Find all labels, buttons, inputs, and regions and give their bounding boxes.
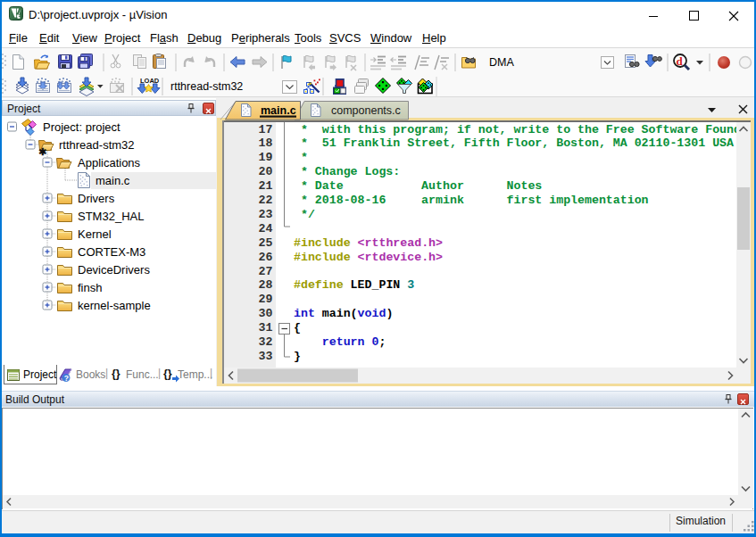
svg-text:✱: ✱	[38, 146, 46, 157]
svg-text:d: d	[677, 54, 684, 68]
svg-text:DMA: DMA	[489, 56, 514, 69]
svg-text:?: ?	[64, 374, 69, 383]
svg-text:main.c: main.c	[261, 104, 296, 117]
svg-text:components.c: components.c	[331, 104, 401, 117]
svg-text:rtthread-stm32: rtthread-stm32	[170, 80, 243, 93]
